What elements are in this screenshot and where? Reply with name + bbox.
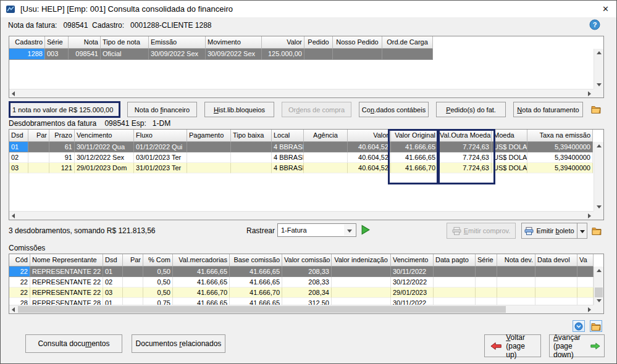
hist-lib-bloqueios-button[interactable]: Hist.lib.bloqueios [204, 102, 274, 117]
table-cell [123, 267, 143, 277]
column-header[interactable]: Va [577, 254, 594, 267]
scroll-right-icon[interactable] [584, 89, 594, 98]
open-folder-button[interactable] [590, 103, 602, 115]
scroll-left-icon[interactable] [9, 212, 19, 220]
table-cell: 0,50 [143, 267, 173, 277]
column-header[interactable]: Tipo de nota [101, 36, 149, 49]
column-header[interactable]: Par [123, 254, 143, 267]
arrow-right-icon [590, 342, 600, 350]
run-trace-button[interactable] [361, 225, 370, 235]
table-row[interactable]: 22REPRESENTANTE 22020,5041.666,6541.666,… [9, 277, 594, 287]
column-header[interactable]: Nota dev. [497, 254, 535, 267]
column-header[interactable]: Nome Representante [30, 254, 103, 267]
table-cell: 41.666,65 [230, 267, 282, 277]
column-header[interactable]: Dsd [103, 254, 123, 267]
scroll-right-icon[interactable] [584, 305, 594, 314]
help-icon[interactable]: ? [589, 19, 600, 30]
column-header[interactable]: Pagamento [187, 130, 231, 142]
column-header[interactable]: Emissão [149, 36, 206, 49]
table-cell: 40.604,52 [348, 152, 391, 163]
scroll-left-icon[interactable] [9, 89, 19, 98]
column-header[interactable]: Pedido [304, 36, 333, 49]
column-header[interactable]: Movimento [206, 36, 262, 49]
vertical-scrollbar[interactable] [594, 142, 603, 211]
horizontal-scrollbar[interactable] [9, 211, 594, 220]
scroll-down-icon[interactable] [594, 296, 603, 305]
nota-summary-text: 1 nota no valor de R$ 125.000,00 [12, 106, 113, 114]
nota-financeiro-button[interactable]: Nota do financeiro [127, 102, 197, 117]
column-header[interactable]: Tipo baixa [231, 130, 272, 142]
scroll-up-icon[interactable] [594, 49, 603, 57]
column-header[interactable]: Série [476, 254, 497, 267]
column-header[interactable]: Nosso Pedido [333, 36, 382, 49]
con-dados-contabeis-button[interactable]: Con.dados contábeis [359, 102, 429, 117]
collapse-panel-button[interactable] [573, 320, 585, 332]
documentos-relacionados-button[interactable]: Documentos relacionados [132, 334, 225, 353]
folder-icon [591, 322, 601, 331]
vertical-scrollbar[interactable] [594, 49, 603, 89]
column-header[interactable]: Data pagto [434, 254, 476, 267]
table-row[interactable]: 22REPRESENTANTE 22010,5041.666,6541.666,… [9, 267, 594, 277]
column-header[interactable]: Local [272, 130, 304, 142]
table-row[interactable]: 1288003098541Oficial30/09/2022 Sex30/09/… [9, 49, 594, 60]
vertical-scrollbar[interactable] [594, 267, 603, 305]
open-folder-button[interactable] [590, 320, 602, 332]
column-header[interactable]: Data devol [535, 254, 577, 267]
table-cell [577, 298, 594, 305]
rastrear-select[interactable]: 1-Fatura [277, 223, 356, 237]
table-row[interactable]: 28REPRESENTANTE 28010,7541.666,6541.666,… [9, 298, 594, 305]
pedidos-do-fat-button[interactable]: Pedido(s) do fat. [436, 102, 506, 117]
scroll-down-icon[interactable] [594, 202, 603, 211]
column-header[interactable]: Base comissão [230, 254, 282, 267]
column-header[interactable]: Valor [262, 36, 304, 49]
column-header[interactable]: % Com [143, 254, 173, 267]
horizontal-scrollbar[interactable] [9, 305, 594, 313]
column-header[interactable]: Val.Outra Moeda [438, 130, 492, 142]
column-header[interactable]: Moeda [492, 130, 527, 142]
column-header[interactable]: Par [28, 130, 49, 142]
column-header[interactable]: Taxa na emissão [527, 130, 593, 142]
voltar-button[interactable]: Voltar(page up) [484, 334, 541, 357]
horizontal-scrollbar[interactable] [9, 89, 594, 97]
consulta-documentos-button[interactable]: Consulta documentos [25, 334, 122, 353]
column-header[interactable]: Valor Original [391, 130, 438, 142]
close-icon[interactable]: ✕ [602, 4, 609, 14]
table-cell [333, 49, 382, 60]
table-cell: 30/11/2022 Qua [75, 142, 134, 152]
column-header[interactable]: Valor indenização [332, 254, 391, 267]
column-header[interactable]: Valor [348, 130, 391, 142]
column-header[interactable]: Cód [9, 254, 30, 267]
open-folder-button[interactable] [590, 225, 603, 237]
scrollbar-thumb[interactable] [18, 306, 506, 313]
scroll-down-icon[interactable] [594, 80, 603, 89]
column-header[interactable]: Val.mercadorias [173, 254, 230, 267]
table-row[interactable]: 0312129/01/2023 Dom31/01/2023 Ter4 BBRAS… [9, 163, 594, 173]
column-header[interactable]: Cadastro [9, 36, 45, 49]
column-header[interactable]: Dsd [9, 130, 28, 142]
table-row[interactable]: 016130/11/2022 Qua01/12/2022 Qui4 BBRASI… [9, 142, 594, 152]
grid-header-row: DsdParPrazoVencimentoFluxoPagamentoTipo … [9, 130, 594, 142]
column-header[interactable]: Série [45, 36, 69, 49]
column-header[interactable]: Vencimento [391, 254, 434, 267]
title-bar: [Usu: HELP] [Emp: 001] Consulta consolid… [1, 1, 616, 18]
scroll-up-icon[interactable] [594, 142, 603, 151]
table-cell [434, 277, 476, 287]
scroll-up-icon[interactable] [594, 267, 603, 275]
table-row[interactable]: 22REPRESENTANTE 22030,5041.666,7041.666,… [9, 287, 594, 298]
emitir-boleto-dropdown-button[interactable] [577, 223, 587, 239]
table-cell: 28 [9, 298, 30, 305]
column-header[interactable]: Nota [69, 36, 101, 49]
scroll-left-icon[interactable] [9, 305, 19, 314]
emitir-boleto-button[interactable]: Emitir boleto [521, 223, 577, 239]
column-header[interactable]: Prazo [49, 130, 75, 142]
nota-do-faturamento-button[interactable]: Nota do faturamento [513, 102, 583, 117]
avancar-button[interactable]: Avançar(page down) [549, 334, 605, 357]
column-header[interactable]: Ord.de Carga [382, 36, 433, 49]
column-header[interactable]: Fluxo [134, 130, 187, 142]
chevron-down-icon[interactable] [344, 225, 355, 236]
column-header[interactable]: Vencimento [75, 130, 134, 142]
column-header[interactable]: Agência [304, 130, 348, 142]
scroll-right-icon[interactable] [584, 212, 594, 220]
table-row[interactable]: 029130/12/2022 Sex03/01/2023 Ter4 BBRASI… [9, 152, 594, 163]
column-header[interactable]: Valor comissão [282, 254, 332, 267]
